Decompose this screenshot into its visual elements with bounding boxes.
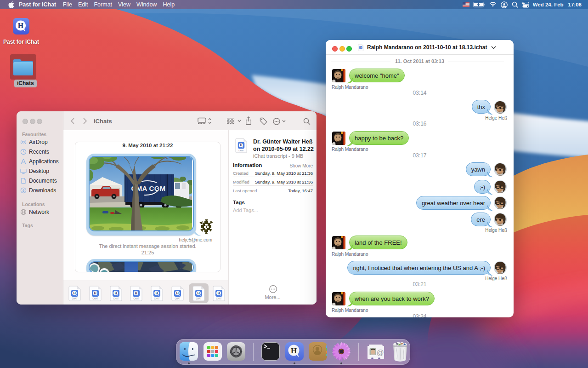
svg-text:H: H [291, 346, 297, 355]
svg-text:H: H [18, 22, 24, 29]
svg-text:@: @ [376, 349, 384, 356]
